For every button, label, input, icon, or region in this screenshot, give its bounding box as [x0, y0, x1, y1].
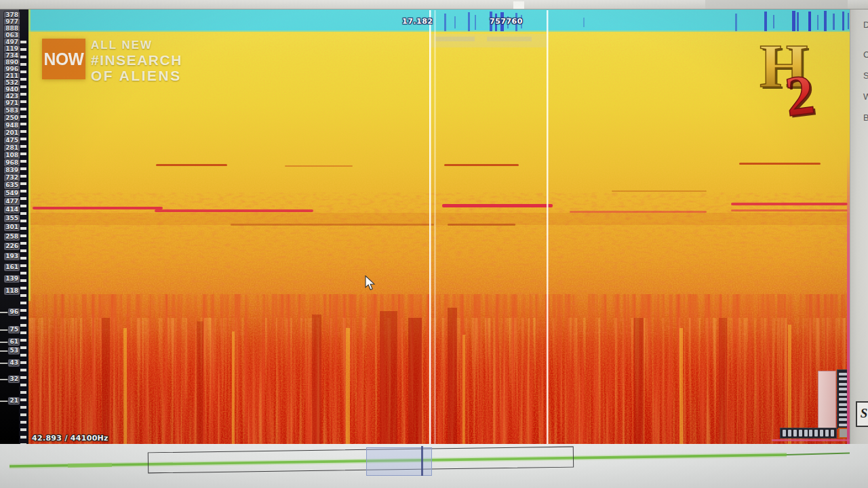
- freq-axis-label: 21: [8, 397, 20, 405]
- freq-axis-label: 193: [4, 253, 20, 260]
- mouse-cursor-icon: [363, 275, 378, 291]
- freq-axis-label: 53: [8, 347, 20, 354]
- side-panel-label: B: [863, 113, 868, 123]
- freq-axis-label: 968: [4, 159, 20, 167]
- freq-axis-label: 258: [4, 233, 20, 241]
- promo-line-2: #INSEARCH: [91, 52, 182, 68]
- freq-axis-label: 971: [4, 100, 20, 107]
- vertical-scrollbar[interactable]: [818, 371, 836, 428]
- hseg-bar-segment[interactable]: [814, 430, 818, 436]
- frequency-axis-labels: 3789778880634971197348909962115329404239…: [0, 9, 28, 444]
- freq-axis-label: 250: [4, 115, 20, 122]
- freq-axis-label: 732: [4, 174, 20, 182]
- freq-axis-label: 108: [4, 152, 20, 159]
- vseg-bar-segment[interactable]: [839, 403, 847, 406]
- hseg-bar-segment[interactable]: [820, 430, 823, 436]
- freq-axis-label: 948: [4, 122, 20, 129]
- sample-position-readout: 757760: [490, 17, 523, 26]
- hseg-bar-segment[interactable]: [783, 430, 786, 436]
- hseg-bar-segment[interactable]: [809, 430, 812, 436]
- side-panel-label: C: [863, 50, 868, 60]
- hseg-bar-segment[interactable]: [799, 430, 802, 436]
- hseg-bar-segment[interactable]: [788, 430, 791, 436]
- freq-axis-label: 355: [4, 215, 20, 222]
- spectrogram-bottom-border: [772, 439, 850, 441]
- side-panel-label: D: [863, 20, 868, 30]
- freq-axis-label: 43: [8, 359, 20, 367]
- freq-axis-label: 61: [8, 338, 20, 346]
- freq-axis-label: 281: [4, 144, 20, 152]
- hseg-bar-segment[interactable]: [831, 430, 834, 436]
- vseg-bar-segment[interactable]: [839, 388, 847, 390]
- freq-axis-label: 161: [4, 264, 20, 271]
- freq-axis-label: 301: [4, 224, 20, 231]
- vseg-bar-segment[interactable]: [839, 418, 847, 421]
- now-badge-label: NOW: [43, 39, 85, 79]
- side-panel: DCSWB S: [850, 9, 868, 444]
- side-panel-label: W: [863, 92, 868, 102]
- playhead-time-readout: 17.182: [402, 17, 433, 26]
- waveform-overview[interactable]: [0, 444, 868, 488]
- freq-axis-label: 32: [8, 375, 20, 383]
- top-strip-shade: [705, 0, 848, 9]
- promo-line-1: ALL NEW: [91, 39, 153, 52]
- hseg-bar-segment[interactable]: [804, 430, 808, 436]
- vseg-bar-segment[interactable]: [839, 413, 847, 416]
- promo-line-3: OF ALIENS: [91, 68, 182, 84]
- freq-axis-label: 839: [4, 167, 20, 174]
- vseg-bar-segment[interactable]: [839, 398, 847, 401]
- freq-axis-label: 139: [4, 275, 20, 283]
- overview-playhead[interactable]: [421, 446, 423, 476]
- hseg-bar-segment[interactable]: [825, 430, 829, 436]
- freq-axis-label: 118: [4, 287, 20, 295]
- window-top-strip: [0, 0, 868, 9]
- top-strip-notch: [513, 1, 524, 9]
- side-panel-label: S: [863, 71, 868, 81]
- status-readout: 42.893 / 44100Hz: [32, 434, 108, 443]
- freq-axis-label: 75: [8, 326, 20, 333]
- vseg-bar-segment[interactable]: [839, 393, 847, 396]
- side-panel-button[interactable]: S: [856, 401, 868, 427]
- side-panel-labels: DCSWB: [850, 9, 868, 444]
- horizontal-zoom-control[interactable]: [780, 428, 837, 439]
- freq-axis-label: 635: [4, 182, 20, 189]
- vseg-bar-segment[interactable]: [839, 378, 847, 380]
- hseg-bar-segment[interactable]: [793, 430, 797, 436]
- freq-axis-label: 96: [8, 308, 20, 316]
- frequency-axis: 3789778880634971197348909962115329404239…: [0, 9, 28, 444]
- freq-axis-label: 226: [4, 243, 20, 250]
- freq-axis-label: 477: [4, 198, 20, 205]
- selection-wash: [429, 34, 547, 47]
- freq-axis-label: 201: [4, 129, 20, 137]
- now-badge: NOW: [42, 39, 85, 79]
- vseg-bar-segment[interactable]: [839, 383, 847, 386]
- freq-axis-label: 475: [4, 137, 20, 144]
- vseg-bar-segment[interactable]: [839, 373, 847, 375]
- freq-axis-label: 414: [4, 206, 20, 214]
- freq-axis-label: 549: [4, 190, 20, 197]
- h2-channel-logo: H H 2 2: [747, 27, 849, 119]
- freq-axis-label: 583: [4, 107, 20, 115]
- tv-frame: 3789778880634971197348909962115329404239…: [0, 0, 868, 488]
- vseg-bar-segment[interactable]: [839, 424, 847, 426]
- vseg-bar-segment[interactable]: [839, 408, 847, 411]
